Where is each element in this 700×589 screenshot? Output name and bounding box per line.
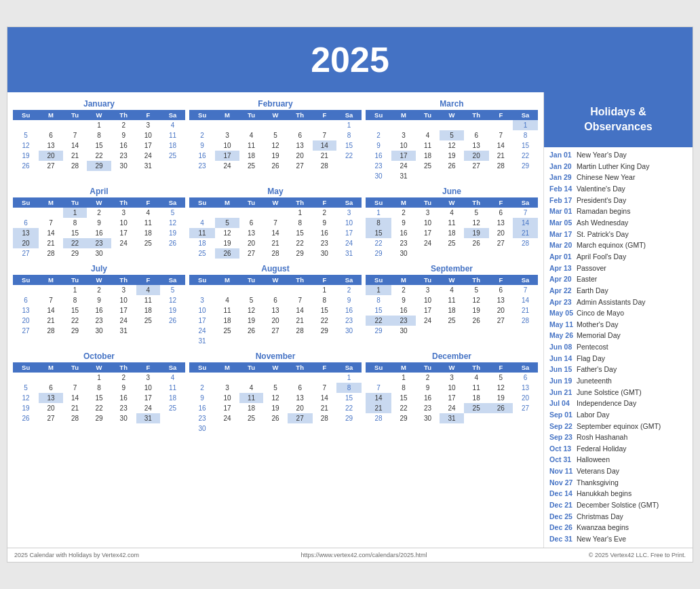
holiday-name: Chinese New Year [577, 173, 635, 183]
table-cell [215, 208, 239, 218]
list-item: Nov 27Thanksgiving [549, 477, 687, 489]
table-cell: 8 [366, 218, 391, 228]
table-cell [288, 285, 313, 295]
col-sa: Sa [513, 197, 538, 208]
holiday-name: Martin Luther King Day [577, 162, 649, 172]
table-cell: 2 [391, 208, 416, 218]
table-cell: 5 [13, 130, 39, 140]
month-september: September Su M Tu W Th F Sa [366, 264, 538, 346]
table-cell: 22 [336, 151, 362, 161]
list-item: Nov 11Veterans Day [549, 466, 687, 478]
table-cell: 9 [189, 140, 215, 151]
table-cell: 16 [391, 228, 416, 238]
holiday-date: Jul 04 [549, 399, 574, 408]
table-cell: 11 [160, 383, 185, 393]
list-item: Mar 20March equinox (GMT) [549, 240, 687, 252]
holiday-name: Kwanzaa begins [577, 523, 629, 533]
col-su: Su [366, 275, 391, 285]
table-cell: 31 [440, 413, 464, 423]
table-cell: 20 [239, 238, 264, 248]
table-cell: 18 [440, 305, 464, 316]
table-cell: 14 [288, 305, 313, 316]
cal-table-march: Su M Tu W Th F Sa [366, 110, 538, 181]
col-sa: Sa [513, 275, 538, 285]
table-cell: 15 [63, 228, 88, 238]
col-w: W [87, 110, 111, 120]
table-cell: 10 [136, 130, 161, 140]
holiday-name: Pentecost [577, 343, 608, 352]
footer-right: © 2025 Vertex42 LLC. Free to Print. [589, 552, 686, 558]
table-cell: 21 [313, 403, 337, 413]
holidays-header: Holidays &Observances [544, 92, 693, 147]
table-cell: 19 [489, 393, 513, 403]
col-su: Su [366, 197, 391, 208]
holiday-name: New Year's Day [577, 151, 627, 160]
table-cell: 27 [489, 316, 513, 326]
table-cell: 27 [513, 403, 538, 413]
main-content: January Su M Tu W Th F Sa [7, 92, 693, 548]
col-tu: Tu [63, 197, 88, 208]
table-cell: 26 [440, 161, 464, 171]
holiday-date: Dec 31 [549, 535, 574, 544]
table-cell: 23 [189, 161, 215, 171]
col-sa: Sa [513, 362, 538, 373]
table-cell [215, 285, 239, 295]
footer-left: 2025 Calendar with Holidays by Vertex42.… [14, 552, 139, 558]
holiday-date: Dec 14 [549, 489, 574, 499]
table-cell: 11 [136, 218, 161, 228]
table-cell: 6 [464, 130, 489, 140]
table-cell: 18 [239, 403, 264, 413]
table-cell: 1 [391, 373, 416, 383]
table-cell [489, 171, 513, 181]
col-sa: Sa [513, 110, 538, 120]
table-cell: 4 [136, 208, 161, 218]
list-item: Apr 20Easter [549, 274, 687, 286]
table-cell: 1 [313, 285, 337, 295]
table-cell: 16 [313, 228, 337, 238]
table-cell: 4 [416, 130, 440, 140]
table-cell: 26 [215, 248, 239, 259]
table-cell: 15 [366, 305, 391, 316]
col-w: W [263, 197, 288, 208]
table-cell [416, 248, 440, 259]
col-w: W [263, 110, 288, 120]
table-cell: 19 [464, 305, 489, 316]
month-february: February Su M Tu W Th F Sa [189, 99, 362, 181]
table-cell: 4 [239, 383, 264, 393]
table-cell: 6 [513, 373, 538, 383]
col-th: Th [464, 362, 489, 373]
table-cell: 12 [13, 140, 39, 151]
table-cell: 28 [39, 326, 63, 336]
table-cell: 28 [313, 161, 337, 171]
table-cell: 27 [464, 161, 489, 171]
holiday-name: Christmas Day [577, 512, 623, 522]
table-cell: 28 [513, 238, 538, 248]
table-cell: 8 [63, 218, 88, 228]
table-cell: 7 [39, 218, 63, 228]
col-f: F [136, 110, 161, 120]
holidays-list: Jan 01New Year's DayJan 20Martin Luther … [544, 147, 693, 548]
table-cell: 23 [87, 238, 111, 248]
table-cell: 5 [239, 295, 264, 305]
table-cell: 2 [391, 285, 416, 295]
year-header: 2025 [7, 27, 693, 92]
table-cell: 27 [239, 248, 264, 259]
col-m: M [391, 110, 416, 120]
table-cell: 25 [136, 238, 161, 248]
table-cell: 12 [239, 305, 264, 316]
table-cell: 14 [489, 140, 513, 151]
table-cell: 2 [87, 285, 111, 295]
table-cell: 3 [391, 130, 416, 140]
table-cell [239, 120, 264, 130]
table-cell: 10 [215, 393, 239, 403]
holiday-name: Memorial Day [577, 331, 621, 341]
cal-table-february: Su M Tu W Th F Sa [189, 110, 362, 171]
table-cell: 1 [513, 120, 538, 130]
table-cell: 1 [336, 373, 362, 383]
table-cell [189, 208, 215, 218]
holiday-date: Apr 13 [549, 264, 574, 273]
holiday-date: Mar 17 [549, 230, 574, 240]
table-cell: 29 [313, 326, 337, 336]
list-item: Jan 20Martin Luther King Day [549, 161, 687, 172]
table-cell: 17 [111, 228, 136, 238]
